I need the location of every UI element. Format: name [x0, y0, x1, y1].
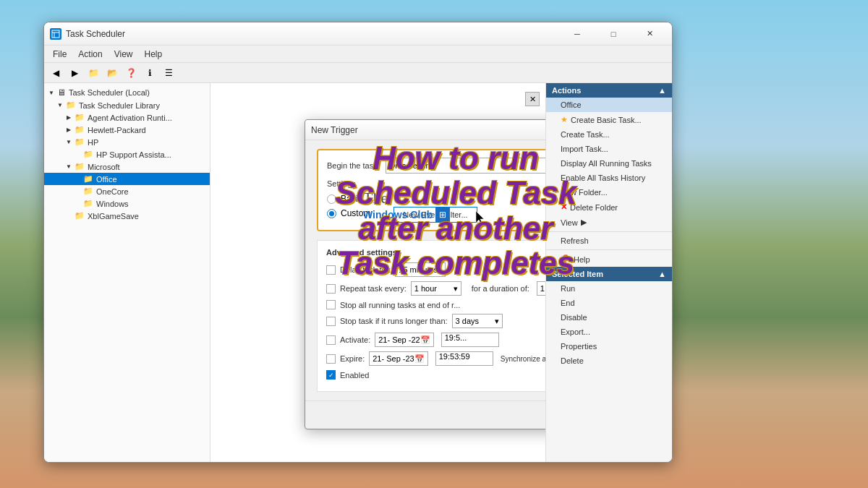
- begin-task-value: On an event: [389, 161, 433, 170]
- folder-icon-onecore: 📁: [83, 187, 93, 196]
- enabled-label: Enabled: [340, 371, 369, 380]
- duration-dropdown[interactable]: 1 day ▾: [537, 281, 545, 296]
- panel-create-task[interactable]: Create Task...: [546, 127, 672, 142]
- tree-item-hp-support[interactable]: 📁 HP Support Assista...: [44, 148, 210, 160]
- tree-label-microsoft: Microsoft: [88, 163, 120, 171]
- radio-custom-input[interactable]: [327, 209, 336, 218]
- close-button[interactable]: ✕: [633, 23, 666, 45]
- expand-icon-windows: [73, 200, 82, 208]
- delay-task-dropdown[interactable]: 15 minutes ▾: [395, 262, 446, 277]
- panel-view[interactable]: View ▶: [546, 215, 672, 230]
- tree-item-office[interactable]: 📁 Office: [44, 173, 210, 185]
- tree-item-onecore[interactable]: 📁 OneCore: [44, 185, 210, 197]
- activate-time-input[interactable]: 19:5...: [441, 333, 499, 347]
- panel-end[interactable]: End: [546, 296, 672, 310]
- radio-custom-label: Custom: [341, 208, 370, 218]
- toolbar-forward[interactable]: ▶: [66, 65, 83, 81]
- tree-label-xbl: XblGameSave: [88, 212, 139, 221]
- folder-icon-microsoft: 📁: [75, 162, 85, 171]
- activate-checkbox[interactable]: [326, 335, 336, 345]
- panel-properties[interactable]: Properties: [546, 339, 672, 354]
- expire-date-dropdown[interactable]: 21- Sep -23 📅: [369, 351, 427, 366]
- repeat-task-checkbox[interactable]: [326, 284, 336, 294]
- panel-disable[interactable]: Disable: [546, 310, 672, 325]
- tree-label-hp-brand: Hewlett-Packard: [88, 126, 146, 134]
- tree-item-agent[interactable]: ▶ 📁 Agent Activation Runti...: [44, 111, 210, 124]
- stop-longer-dropdown[interactable]: 3 days ▾: [452, 314, 503, 328]
- new-event-section: New Event Filter...: [382, 194, 477, 223]
- repeat-task-row: Repeat task every: 1 hour ▾ for a durati…: [326, 281, 545, 296]
- expire-date-value: 21- Sep -23: [373, 354, 414, 363]
- tree-label-agent: Agent Activation Runti...: [88, 114, 172, 122]
- panel-export[interactable]: Export...: [546, 325, 672, 339]
- toolbar: ◀ ▶ 📁 📂 ❓ ℹ ☰: [44, 63, 672, 83]
- tree-item-microsoft[interactable]: ▼ 📁 Microsoft: [44, 160, 210, 173]
- panel-create-basic[interactable]: ★ Create Basic Task...: [546, 112, 672, 127]
- panel-import-task[interactable]: Import Task...: [546, 142, 672, 156]
- maximize-button[interactable]: □: [597, 23, 630, 45]
- star-icon: ★: [561, 115, 568, 124]
- display-running-label: Display All Running Tasks: [561, 159, 652, 168]
- minimize-button[interactable]: ─: [561, 23, 594, 45]
- enabled-checkbox[interactable]: ✓: [326, 370, 336, 380]
- tree-item-hp[interactable]: ▼ 📁 HP: [44, 136, 210, 148]
- repeat-task-dropdown[interactable]: 1 hour ▾: [411, 281, 461, 296]
- toolbar-folder2[interactable]: 📂: [103, 65, 121, 81]
- menu-action[interactable]: Action: [72, 48, 108, 61]
- expire-time-input[interactable]: 19:53:59: [435, 351, 493, 366]
- tree-item-xbl[interactable]: 📁 XblGameSave: [44, 210, 210, 222]
- panel-delete[interactable]: Delete: [546, 354, 672, 368]
- advanced-settings-section: Advanced settings Delay task for: 15 min…: [317, 240, 545, 392]
- panel-divider-2: [546, 249, 672, 250]
- stop-running-checkbox[interactable]: [326, 300, 336, 309]
- tree-item-root[interactable]: ▼ 🖥 Task Scheduler (Local): [44, 86, 210, 99]
- tree-item-library[interactable]: ▼ 📁 Task Scheduler Library: [44, 99, 210, 111]
- folder-icon-library: 📁: [66, 100, 76, 110]
- sync-label: Synchronize across time zones: [501, 355, 545, 363]
- delay-task-checkbox[interactable]: [326, 265, 336, 275]
- activate-date-dropdown[interactable]: 21- Sep -22 📅: [375, 333, 433, 347]
- repeat-task-value: 1 hour: [414, 284, 437, 293]
- radio-group: Basic Custom: [327, 194, 370, 218]
- tree-item-hp-brand[interactable]: ▶ 📁 Hewlett-Packard: [44, 124, 210, 136]
- window-titlebar: Task Scheduler ─ □ ✕: [44, 22, 672, 46]
- menu-help[interactable]: Help: [139, 48, 169, 61]
- delay-task-row: Delay task for: 15 minutes ▾: [326, 262, 545, 277]
- close-icon: ✕: [647, 29, 653, 38]
- menu-file[interactable]: File: [47, 48, 72, 61]
- folder-icon-hp-brand: 📁: [75, 125, 85, 134]
- delay-task-value: 15 minutes: [399, 265, 438, 274]
- new-event-filter-button[interactable]: New Event Filter...: [393, 207, 477, 223]
- panel-enable-history[interactable]: Enable All Tasks History: [546, 171, 672, 185]
- radio-basic-input[interactable]: [327, 194, 336, 204]
- delete-label: Delete: [561, 356, 584, 365]
- cursor-icon: [476, 211, 486, 226]
- tree-item-windows[interactable]: 📁 Windows: [44, 197, 210, 210]
- toolbar-help[interactable]: ❓: [122, 65, 140, 81]
- toolbar-info[interactable]: ℹ: [141, 65, 158, 81]
- stop-running-label: Stop all running tasks at end of r...: [340, 301, 460, 309]
- tree-label-library: Task Scheduler Library: [79, 101, 160, 110]
- panel-run[interactable]: Run: [546, 281, 672, 296]
- second-close-icon: ✕: [529, 95, 536, 104]
- second-dialog-close[interactable]: ✕: [525, 92, 540, 106]
- panel-refresh[interactable]: Refresh: [546, 234, 672, 248]
- panel-delete-folder[interactable]: ✕ Delete Folder: [546, 200, 672, 215]
- actions-section: Actions ▲ Office ★ Create Basic Task... …: [546, 83, 672, 368]
- stop-longer-checkbox[interactable]: [326, 317, 336, 326]
- panel-new-folder[interactable]: New Folder...: [546, 185, 672, 200]
- settings-content: Basic Custom: [327, 194, 545, 223]
- menu-view[interactable]: View: [109, 48, 139, 61]
- radio-basic-row[interactable]: Basic: [327, 194, 370, 204]
- expand-icon-agent: ▶: [64, 114, 73, 122]
- panel-display-running[interactable]: Display All Running Tasks: [546, 156, 672, 171]
- toolbar-list[interactable]: ☰: [160, 65, 177, 81]
- toolbar-back[interactable]: ◀: [47, 65, 64, 81]
- expire-checkbox[interactable]: [326, 354, 336, 364]
- toolbar-folder[interactable]: 📁: [85, 65, 102, 81]
- duration-label: for a duration of:: [472, 284, 529, 293]
- radio-custom-row[interactable]: Custom: [327, 208, 370, 218]
- panel-help[interactable]: ❓ Help: [546, 252, 672, 267]
- begin-task-dropdown[interactable]: On an event ▾: [386, 158, 545, 174]
- tree-label-onecore: OneCore: [96, 187, 129, 196]
